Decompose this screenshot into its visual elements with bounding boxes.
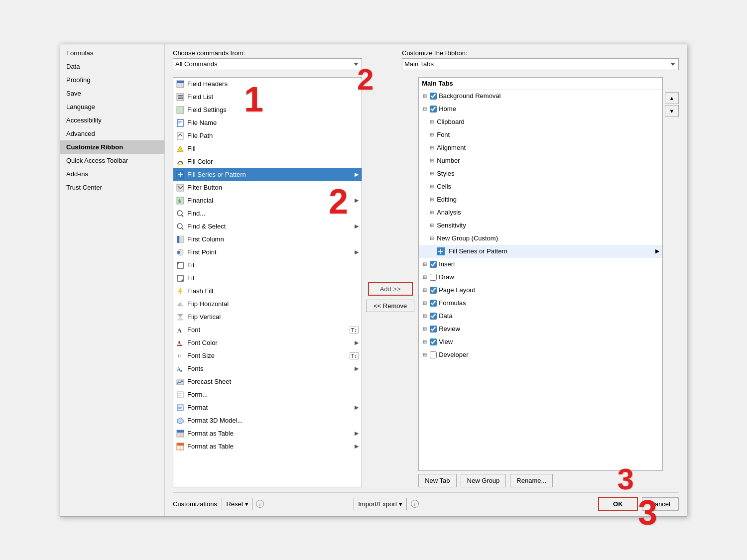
- tree-item-background-removal[interactable]: ⊞ Background Removal: [419, 90, 662, 103]
- formulas-checkbox[interactable]: [430, 300, 437, 307]
- expand-icon: ⊞: [429, 210, 435, 215]
- sidebar-item-save[interactable]: Save: [60, 87, 164, 100]
- fill-series-list-item[interactable]: Fill Series or Pattern ▶: [173, 168, 362, 181]
- svg-rect-15: [177, 184, 184, 191]
- list-item[interactable]: Fill: [173, 142, 362, 155]
- reset-button[interactable]: Reset ▾: [222, 498, 253, 510]
- tree-item-home[interactable]: ⊟ Home: [419, 103, 662, 115]
- list-item[interactable]: Format as Table ▶: [173, 427, 362, 440]
- tree-item-sensitivity[interactable]: ⊞ Sensitivity: [419, 219, 662, 232]
- tree-item-draw[interactable]: ⊞ Draw: [419, 271, 662, 284]
- expand-icon: ⊞: [422, 261, 428, 267]
- new-group-button[interactable]: New Group: [461, 474, 506, 487]
- tree-item-font[interactable]: ⊞ Font: [419, 128, 662, 141]
- fonts-icon: Aa: [176, 365, 184, 373]
- list-item[interactable]: Format ▶: [173, 401, 362, 414]
- tree-item-review[interactable]: ⊞ Review: [419, 323, 662, 336]
- list-item[interactable]: Field Headers: [173, 78, 362, 91]
- list-item[interactable]: Find...: [173, 207, 362, 220]
- list-item[interactable]: A Font T↕: [173, 324, 362, 336]
- list-item[interactable]: First Column: [173, 233, 362, 246]
- tree-item-styles[interactable]: ⊞ Styles: [419, 167, 662, 180]
- tab-action-buttons-row: New Tab New Group Rename...: [418, 474, 663, 487]
- tree-item-editing[interactable]: ⊞ Editing: [419, 193, 662, 206]
- sidebar-item-quick-access[interactable]: Quick Access Toolbar: [60, 154, 164, 167]
- sidebar-item-data[interactable]: Data: [60, 60, 164, 73]
- list-item[interactable]: Flip Vertical: [173, 311, 362, 324]
- list-item[interactable]: Format as Table ▶: [173, 440, 362, 453]
- font-size-icon: 11: [176, 352, 184, 360]
- list-item[interactable]: Fill Color: [173, 155, 362, 168]
- tree-item-new-group[interactable]: ⊟ New Group (Custom): [419, 232, 662, 245]
- list-item[interactable]: Forecast Sheet: [173, 375, 362, 388]
- find-icon: [176, 210, 184, 218]
- sidebar-item-language[interactable]: Language: [60, 100, 164, 113]
- tree-item-page-layout[interactable]: ⊞ Page Layout: [419, 284, 662, 297]
- background-removal-checkbox[interactable]: [430, 93, 437, 100]
- tree-item-clipboard[interactable]: ⊞ Clipboard: [419, 115, 662, 128]
- list-item[interactable]: Filter Button: [173, 181, 362, 194]
- list-item[interactable]: Field List: [173, 91, 362, 104]
- review-checkbox[interactable]: [430, 326, 437, 333]
- tree-item-analysis[interactable]: ⊞ Analysis: [419, 206, 662, 219]
- list-item[interactable]: Form...: [173, 388, 362, 401]
- list-item[interactable]: Fit: [173, 259, 362, 272]
- tree-item-view[interactable]: ⊞ View: [419, 336, 662, 348]
- add-button[interactable]: Add >>: [368, 282, 413, 296]
- view-checkbox[interactable]: [430, 338, 437, 345]
- tree-item-alignment[interactable]: ⊞ Alignment: [419, 141, 662, 154]
- tree-item-developer[interactable]: ⊞ Developer: [419, 348, 662, 361]
- list-item[interactable]: File Path: [173, 129, 362, 142]
- move-up-button[interactable]: ▲: [665, 92, 679, 104]
- list-item[interactable]: 11 Font Size T↕: [173, 349, 362, 362]
- cancel-button[interactable]: Cancel: [642, 497, 679, 511]
- tree-item-data[interactable]: ⊞ Data: [419, 310, 662, 323]
- list-item[interactable]: Aa Fonts ▶: [173, 362, 362, 375]
- ribbon-tree-list[interactable]: Main Tabs ⊞ Background Removal ⊟: [418, 77, 663, 471]
- sidebar-item-customize-ribbon[interactable]: Customize Ribbon: [60, 140, 164, 154]
- expand-icon: ⊞: [429, 119, 435, 124]
- import-export-button[interactable]: Import/Export ▾: [354, 498, 407, 510]
- ok-button[interactable]: OK: [598, 497, 638, 511]
- list-item[interactable]: First Point ▶: [173, 246, 362, 259]
- list-item[interactable]: Field Settings: [173, 104, 362, 116]
- sidebar-item-accessibility[interactable]: Accessibility: [60, 113, 164, 127]
- list-item[interactable]: $ Financial ▶: [173, 194, 362, 207]
- field-list-icon: [176, 93, 184, 101]
- draw-checkbox[interactable]: [430, 274, 437, 281]
- tree-item-cells[interactable]: ⊞ Cells: [419, 180, 662, 193]
- list-item[interactable]: Flash Fill: [173, 285, 362, 298]
- page-layout-checkbox[interactable]: [430, 287, 437, 294]
- commands-dropdown[interactable]: All Commands Popular Commands Commands N…: [173, 58, 362, 70]
- format-as-table1-arrow: ▶: [355, 430, 359, 437]
- insert-checkbox[interactable]: [430, 261, 437, 268]
- sidebar-item-formulas[interactable]: Formulas: [60, 46, 164, 60]
- list-item[interactable]: Flip Horizontal: [173, 298, 362, 311]
- sidebar-item-trust-center[interactable]: Trust Center: [60, 181, 164, 194]
- file-path-icon: [176, 132, 184, 140]
- list-item[interactable]: File Name: [173, 116, 362, 129]
- home-checkbox[interactable]: [430, 106, 437, 112]
- tree-item-insert[interactable]: ⊞ Insert: [419, 258, 662, 271]
- svg-line-19: [182, 215, 183, 217]
- data-checkbox[interactable]: [430, 313, 437, 320]
- sidebar-item-proofing[interactable]: Proofing: [60, 73, 164, 87]
- commands-list-box[interactable]: Field Headers Field List F: [173, 77, 362, 487]
- list-item[interactable]: Fit: [173, 272, 362, 285]
- remove-button[interactable]: << Remove: [366, 300, 414, 312]
- list-item[interactable]: A Font Color ▶: [173, 336, 362, 349]
- sidebar-item-advanced[interactable]: Advanced: [60, 127, 164, 140]
- list-item[interactable]: Format 3D Model...: [173, 414, 362, 427]
- new-tab-button[interactable]: New Tab: [418, 474, 456, 487]
- tree-item-number[interactable]: ⊞ Number: [419, 154, 662, 167]
- developer-checkbox[interactable]: [430, 351, 437, 358]
- sidebar-item-addins[interactable]: Add-ins: [60, 167, 164, 181]
- list-item[interactable]: Find & Select ▶: [173, 220, 362, 233]
- fill-series-right-arrow: ▶: [655, 248, 659, 254]
- move-down-button[interactable]: ▼: [665, 105, 679, 117]
- options-sidebar: Formulas Data Proofing Save Language Acc…: [60, 44, 165, 516]
- tree-item-fill-series-right[interactable]: Fill Series or Pattern ▶: [419, 245, 662, 258]
- ribbon-dropdown[interactable]: Main Tabs Tool Tabs All Tabs: [402, 58, 679, 70]
- tree-item-formulas[interactable]: ⊞ Formulas: [419, 297, 662, 310]
- rename-button[interactable]: Rename...: [510, 474, 553, 487]
